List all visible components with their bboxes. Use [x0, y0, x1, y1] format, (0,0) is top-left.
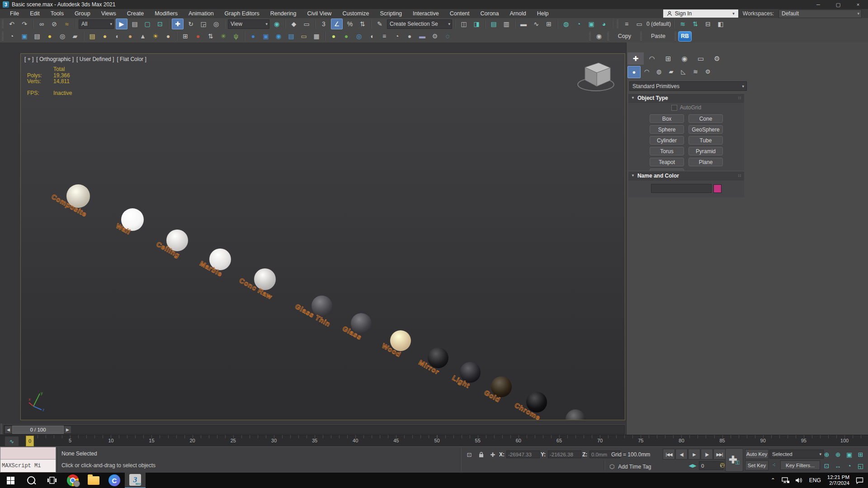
bind-to-spacewarp-icon[interactable]: ≈ — [61, 19, 72, 29]
edit-named-sets-icon[interactable]: ✎ — [374, 19, 385, 29]
toolbar-icon[interactable] — [176, 32, 177, 41]
workspace-dropdown[interactable]: Default — [778, 9, 862, 18]
grey-sphere-icon[interactable]: ◐ — [112, 31, 123, 41]
list-icon[interactable]: ≡ — [379, 31, 390, 41]
folder-icon[interactable]: ▭ — [298, 31, 309, 41]
snaps-toggle-icon[interactable]: 3 — [318, 19, 329, 29]
toolbar-icon[interactable] — [75, 19, 76, 28]
sphere-black-1[interactable]: Black 1 — [566, 409, 585, 420]
person-icon[interactable]: ● — [404, 31, 415, 41]
material-editor-icon[interactable]: ◍ — [561, 19, 571, 29]
lights-icon[interactable]: ◍ — [653, 66, 665, 77]
grid-icon[interactable]: ⊞ — [180, 31, 191, 41]
sphere-marble[interactable]: Marble — [209, 249, 231, 270]
toolbar-icon[interactable] — [2, 32, 4, 41]
yellow-window-icon[interactable]: ▤ — [87, 31, 98, 41]
pan-icon[interactable]: ↔ — [832, 460, 844, 471]
plant-icon[interactable]: ✳ — [218, 31, 229, 41]
toolbar-icon[interactable] — [244, 32, 245, 41]
menu-customize[interactable]: Customize — [337, 9, 374, 18]
sphere-chrome[interactable]: Chrome — [526, 392, 547, 413]
speaker-icon[interactable] — [796, 477, 803, 483]
teapot-icon[interactable]: ◔ — [6, 31, 17, 41]
sphere-geometry[interactable] — [566, 409, 585, 420]
previous-frame-arrow[interactable]: ◀ — [5, 426, 12, 434]
rendered-frame-icon[interactable]: ▣ — [586, 19, 597, 29]
reference-coordinate-dropdown[interactable]: View — [228, 19, 269, 29]
menu-views[interactable]: Views — [96, 9, 122, 18]
gear-icon[interactable]: ⚙ — [429, 31, 440, 41]
film-icon[interactable]: ▬ — [417, 31, 428, 41]
cylinder-button[interactable]: Cylinder — [650, 136, 684, 145]
menu-content[interactable]: Content — [444, 9, 475, 18]
time-configuration-icon[interactable]: ◷ — [720, 461, 725, 468]
mirror-icon[interactable]: ◫ — [458, 19, 469, 29]
mini-curve-editor-button[interactable]: ∿ — [5, 436, 19, 446]
object-color-swatch[interactable] — [713, 184, 722, 193]
maximize-viewport-icon[interactable]: ◱ — [855, 460, 866, 471]
cone-icon[interactable]: ▲ — [137, 31, 148, 41]
box-button[interactable]: Box — [650, 114, 684, 123]
hierarchy-tab[interactable]: ⊞ — [660, 52, 676, 65]
tray-expand-icon[interactable]: ⌃ — [771, 477, 775, 483]
c-app-button[interactable]: C — [104, 473, 125, 488]
y-coordinate-field[interactable]: -21626.38 — [548, 450, 581, 458]
close-button[interactable]: × — [848, 0, 868, 9]
toolbar-grip[interactable] — [0, 424, 2, 434]
systems-icon[interactable]: ⚙ — [702, 66, 714, 77]
toolbar-icon[interactable] — [325, 32, 326, 41]
menu-tools[interactable]: Tools — [45, 9, 69, 18]
file-explorer-button[interactable] — [83, 473, 104, 488]
go-to-start-button[interactable]: |◀◀ — [663, 449, 675, 460]
arrows-icon[interactable]: ⇅ — [205, 31, 216, 41]
torus-button[interactable]: Torus — [650, 147, 684, 155]
set-key-button[interactable]: Set Key — [745, 460, 769, 470]
dock-left-icon[interactable]: ⊟ — [703, 19, 713, 29]
sphere-composite[interactable]: Composite — [66, 184, 90, 208]
corona-bulb-icon[interactable]: ◉ — [594, 31, 604, 41]
action-center-icon[interactable] — [856, 477, 863, 484]
toolbar-icon[interactable] — [83, 32, 84, 41]
render-production-icon[interactable]: ◕ — [599, 19, 609, 29]
viewport[interactable]: [ + ][ Orthographic ][ User Defined ][ F… — [20, 53, 625, 420]
shapes-icon[interactable]: ◠ — [641, 66, 653, 77]
viewport-header-segment[interactable]: [ + ] — [24, 56, 33, 62]
create-tab[interactable]: ✚ — [627, 52, 644, 65]
previous-frame-button[interactable]: ◀| — [675, 449, 688, 460]
beige-sphere-icon[interactable]: ● — [163, 31, 174, 41]
teapot-button[interactable]: Teapot — [650, 158, 684, 166]
blue-circle-icon[interactable]: ◉ — [273, 31, 284, 41]
restore-button[interactable]: ▢ — [828, 0, 848, 9]
team-icon[interactable]: ◎ — [354, 31, 364, 41]
go-to-end-button[interactable]: ▶▶| — [713, 449, 726, 460]
layer-explorer-icon[interactable]: ▥ — [501, 19, 512, 29]
use-pivot-center-icon[interactable]: ◉ — [271, 19, 282, 29]
primitive-category-dropdown[interactable]: Standard Primitives — [629, 81, 747, 91]
time-slider-track[interactable] — [4, 425, 625, 434]
toolbar-icon[interactable] — [617, 19, 618, 28]
menu-graph-editors[interactable]: Graph Editors — [219, 9, 265, 18]
redo-icon[interactable]: ↷ — [19, 19, 30, 29]
undo-icon[interactable]: ↶ — [6, 19, 17, 29]
state-checkbox-icon[interactable]: ▭ — [634, 19, 645, 29]
sun-icon[interactable]: ☀ — [150, 31, 161, 41]
viewport-header-segment[interactable]: [ Orthographic ] — [36, 56, 74, 62]
toolbar-icon[interactable] — [33, 19, 33, 28]
timeline-ruler[interactable]: 0510152025303540455055606570758085909510… — [20, 435, 868, 447]
sphere-button[interactable]: Sphere — [650, 125, 684, 134]
menu-rendering[interactable]: Rendering — [265, 9, 302, 18]
key-filters-button[interactable]: Key Filters... — [780, 460, 820, 470]
toolbar-grip[interactable] — [640, 32, 642, 41]
rectangular-selection-icon[interactable]: ▢ — [142, 19, 153, 29]
view-cube[interactable] — [571, 58, 618, 99]
speaker-shape-icon[interactable]: ◖ — [366, 31, 377, 41]
toolbar-icon[interactable] — [2, 19, 4, 28]
select-rotate-icon[interactable]: ↻ — [185, 19, 196, 29]
toolbar-icon[interactable] — [485, 19, 486, 28]
select-move-icon[interactable]: ✚ — [172, 19, 184, 29]
menu-interactive[interactable]: Interactive — [407, 9, 444, 18]
unlink-selection-icon[interactable]: ⊘ — [49, 19, 60, 29]
schematic-view-icon[interactable]: ⊞ — [543, 19, 554, 29]
display-tab[interactable]: ▭ — [693, 52, 709, 65]
x-coordinate-field[interactable]: -26947.33 — [506, 450, 540, 458]
